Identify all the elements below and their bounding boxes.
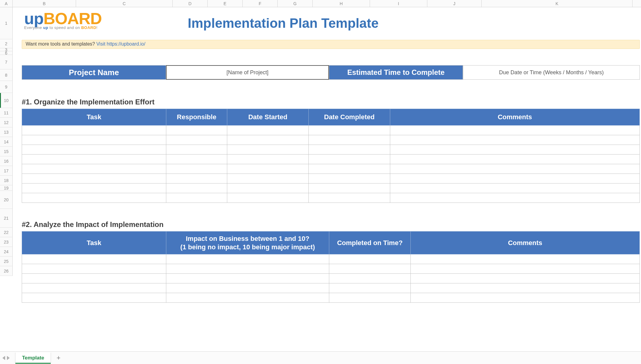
cell[interactable] [227, 184, 309, 193]
cell[interactable] [22, 184, 166, 193]
row-9[interactable]: 9 [0, 81, 13, 93]
cell[interactable] [166, 254, 329, 264]
row-7[interactable]: 7 [0, 55, 13, 69]
cell[interactable] [166, 274, 329, 283]
eta-cell[interactable]: Due Date or Time (Weeks / Months / Years… [463, 65, 640, 80]
cell[interactable] [411, 283, 640, 293]
cell[interactable] [329, 293, 411, 303]
cell[interactable] [166, 264, 329, 274]
cell[interactable] [411, 254, 640, 264]
cell[interactable] [329, 283, 411, 293]
col-A[interactable]: A [0, 0, 13, 7]
row-headers[interactable]: 1236789101112131415161718192021222324252… [0, 7, 13, 276]
row-16[interactable]: 16 [0, 156, 13, 166]
row-1[interactable]: 1 [0, 7, 13, 39]
cell[interactable] [22, 293, 166, 303]
row-15[interactable]: 15 [0, 147, 13, 156]
cell[interactable] [22, 274, 166, 283]
cell[interactable] [22, 254, 166, 264]
cell[interactable] [390, 164, 640, 174]
cell[interactable] [166, 145, 227, 155]
col-H[interactable]: H [313, 0, 370, 7]
row-10[interactable]: 10 [0, 93, 13, 108]
col-I[interactable]: I [370, 0, 427, 7]
cell[interactable] [390, 155, 640, 164]
row-22[interactable]: 22 [0, 228, 13, 237]
project-name-cell[interactable]: [Name of Project] [166, 65, 329, 80]
table-row[interactable] [22, 126, 640, 135]
cell[interactable] [166, 174, 227, 184]
cell[interactable] [390, 145, 640, 155]
cell[interactable] [390, 174, 640, 184]
next-sheet-icon[interactable] [7, 356, 10, 360]
row-25[interactable]: 25 [0, 257, 13, 266]
col-C[interactable]: C [76, 0, 173, 7]
table-row[interactable] [22, 274, 640, 283]
cell[interactable] [166, 184, 227, 193]
row-23[interactable]: 23 [0, 237, 13, 247]
row-12[interactable]: 12 [0, 118, 13, 127]
col-F[interactable]: F [243, 0, 278, 7]
row-21[interactable]: 21 [0, 209, 13, 228]
cell[interactable] [227, 155, 309, 164]
table-row[interactable] [22, 283, 640, 293]
cell[interactable] [329, 274, 411, 283]
table-row[interactable] [22, 145, 640, 155]
cell[interactable] [22, 193, 166, 203]
cell[interactable] [329, 254, 411, 264]
cell[interactable] [390, 193, 640, 203]
cell[interactable] [309, 184, 390, 193]
cell[interactable] [411, 274, 640, 283]
cell[interactable] [227, 145, 309, 155]
cell[interactable] [309, 155, 390, 164]
cell[interactable] [22, 135, 166, 145]
cell[interactable] [166, 164, 227, 174]
table-row[interactable] [22, 155, 640, 164]
row-24[interactable]: 24 [0, 247, 13, 257]
cell[interactable] [227, 126, 309, 135]
cell[interactable] [166, 193, 227, 203]
row-6[interactable]: 6 [0, 51, 13, 55]
row-17[interactable]: 17 [0, 166, 13, 176]
row-19[interactable]: 19 [0, 185, 13, 191]
cell[interactable] [227, 135, 309, 145]
cell[interactable] [309, 126, 390, 135]
cell[interactable] [22, 155, 166, 164]
cell[interactable] [166, 126, 227, 135]
section2-table[interactable]: Task Impact on Business between 1 and 10… [22, 231, 640, 303]
add-sheet-button[interactable]: + [56, 354, 60, 362]
prev-sheet-icon[interactable] [2, 356, 5, 360]
cell[interactable] [22, 264, 166, 274]
row-14[interactable]: 14 [0, 137, 13, 147]
cell[interactable] [22, 164, 166, 174]
cell[interactable] [166, 155, 227, 164]
cell[interactable] [390, 135, 640, 145]
cell[interactable] [309, 145, 390, 155]
promo-link[interactable]: Visit https://upboard.io/ [96, 41, 145, 46]
cell[interactable] [390, 184, 640, 193]
row-11[interactable]: 11 [0, 108, 13, 118]
cell[interactable] [411, 293, 640, 303]
row-18[interactable]: 18 [0, 176, 13, 185]
column-headers[interactable]: A B C D E F G H I J K [0, 0, 641, 7]
cell[interactable] [166, 283, 329, 293]
row-20[interactable]: 20 [0, 191, 13, 209]
cell[interactable] [227, 164, 309, 174]
table-row[interactable] [22, 174, 640, 184]
col-G[interactable]: G [278, 0, 313, 7]
row-2[interactable]: 2 [0, 39, 13, 48]
cell[interactable] [390, 126, 640, 135]
sheet-tab-template[interactable]: Template [15, 353, 51, 363]
cell[interactable] [227, 193, 309, 203]
cell[interactable] [22, 126, 166, 135]
row-13[interactable]: 13 [0, 127, 13, 137]
cell[interactable] [166, 135, 227, 145]
cell[interactable] [411, 264, 640, 274]
table-row[interactable] [22, 293, 640, 303]
cell[interactable] [309, 174, 390, 184]
cell[interactable] [22, 283, 166, 293]
table-row[interactable] [22, 164, 640, 174]
table-row[interactable] [22, 254, 640, 264]
col-K[interactable]: K [482, 0, 633, 7]
col-E[interactable]: E [208, 0, 243, 7]
